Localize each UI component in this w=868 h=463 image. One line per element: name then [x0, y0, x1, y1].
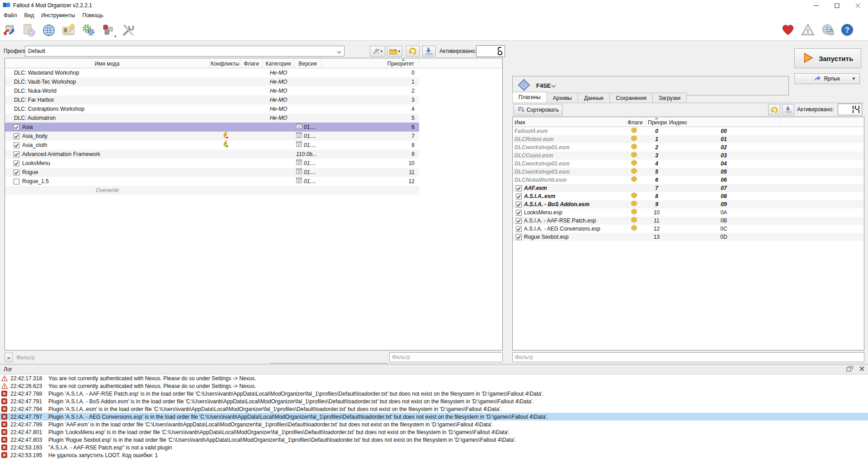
- help-icon[interactable]: ?: [841, 24, 854, 38]
- mod-column-header-1[interactable]: Конфликты: [210, 58, 241, 68]
- log-close-icon[interactable]: [859, 366, 864, 373]
- support-heart-icon[interactable]: [781, 24, 795, 38]
- log-row[interactable]: 22:42:47.803Plugin 'Rogue Sexbot.esp' is…: [0, 436, 868, 444]
- menu-item-3[interactable]: Помощь: [79, 11, 107, 19]
- profiles-icon[interactable]: [61, 22, 77, 39]
- mod-filter-input[interactable]: [389, 352, 503, 362]
- mod-enabled-checkbox[interactable]: [14, 133, 19, 139]
- mod-row[interactable]: DLC: AutomatronНе-МО5: [5, 113, 419, 123]
- tools-puzzle-icon[interactable]: ▾: [100, 22, 117, 39]
- plugin-enabled-checkbox[interactable]: [516, 234, 522, 240]
- plugin-row[interactable]: DLCRobot.esm101: [513, 135, 864, 143]
- mod-row[interactable]: Rogue1201....11: [5, 168, 419, 177]
- shortcut-button[interactable]: Ярлык ▼: [794, 73, 860, 84]
- plugin-column-header-2[interactable]: Приоритет: [646, 117, 667, 127]
- save-list-button[interactable]: [422, 46, 436, 57]
- endorse-icon[interactable]: [821, 24, 835, 38]
- mod-row[interactable]: DLC: Vault-Tec WorkshopНе-МО1: [5, 77, 419, 86]
- log-row[interactable]: 22:42:47.788Plugin 'A.S.I.A. - AAF-RSE P…: [0, 390, 868, 397]
- mod-row[interactable]: DLC: Far HarborНе-МО3: [5, 95, 419, 104]
- mod-row[interactable]: LooksMenu1201....10: [5, 159, 419, 168]
- mod-filter-label[interactable]: Фильтр: [16, 354, 34, 361]
- plugin-enabled-checkbox[interactable]: [516, 185, 522, 191]
- plugin-row[interactable]: DLCCoast.esm303: [513, 151, 864, 160]
- plugins-revert-button[interactable]: [768, 104, 780, 115]
- log-row[interactable]: 22:42:47.799Plugin 'AAF.esm' is in the l…: [0, 420, 868, 428]
- maximize-button[interactable]: [826, 0, 847, 11]
- plugin-row[interactable]: A.S.I.A..esm808: [513, 192, 864, 200]
- plugin-row[interactable]: DLCworkshop01.esm202: [513, 143, 864, 151]
- mod-enabled-checkbox[interactable]: [14, 142, 19, 148]
- profile-select[interactable]: Default: [25, 46, 344, 57]
- tab-0[interactable]: Плагины: [512, 92, 547, 103]
- mod-row[interactable]: Asia1201....6: [5, 123, 419, 132]
- tab-3[interactable]: Сохранения: [609, 93, 653, 103]
- mod-row[interactable]: DLC: Nuka-WorldНе-МО2: [5, 86, 419, 95]
- plugin-column-header-1[interactable]: Флаги: [626, 117, 646, 127]
- filter-expander-button[interactable]: »: [5, 353, 13, 362]
- plugin-row[interactable]: AAF.esm707: [513, 184, 864, 192]
- tab-2[interactable]: Данные: [578, 93, 610, 103]
- overwrite-entry[interactable]: Overwrite: [5, 186, 210, 195]
- plugin-filter-input[interactable]: [512, 352, 864, 362]
- revert-button[interactable]: [406, 46, 420, 57]
- minimize-button[interactable]: [806, 0, 826, 11]
- mod-row[interactable]: DLC: Wasteland WorkshopНе-МО0: [5, 68, 419, 77]
- plugin-row[interactable]: DLCworkshop03.esm505: [513, 168, 864, 176]
- mod-row[interactable]: Asia_cloth1201....8: [5, 141, 419, 150]
- mod-row[interactable]: Rogue_1.51201....12: [5, 177, 419, 186]
- nexus-globe-icon[interactable]: [41, 22, 57, 39]
- mod-column-header-0[interactable]: Имя мода: [5, 58, 210, 68]
- open-folder-button[interactable]: ▾: [387, 46, 402, 57]
- log-row[interactable]: 22:42:47.801Plugin 'LooksMenu.esp' is in…: [0, 428, 868, 436]
- log-row[interactable]: 22:42:47.791Plugin 'A.S.I.A. - BoS Addon…: [0, 397, 868, 405]
- log-row[interactable]: 22:42:53.193"A.S.I.A. - AAF-RSE Patch.es…: [0, 444, 868, 451]
- update-icon[interactable]: [1, 22, 17, 39]
- log-row[interactable]: !22:42:26.623You are not currently authe…: [0, 382, 868, 390]
- mod-enabled-checkbox[interactable]: [14, 124, 19, 130]
- plugin-enabled-checkbox[interactable]: [516, 202, 522, 208]
- plugin-column-header-3[interactable]: Индекс: [667, 117, 780, 127]
- plugin-row[interactable]: DLCworkshop02.esm404: [513, 160, 864, 168]
- install-mod-icon[interactable]: [21, 22, 37, 39]
- menu-item-1[interactable]: Вид: [21, 11, 38, 19]
- executables-icon[interactable]: [80, 22, 97, 39]
- close-button[interactable]: [847, 0, 868, 11]
- plugin-row[interactable]: A.S.I.A. - AAF-RSE Patch.esp110B: [513, 217, 864, 225]
- menu-item-2[interactable]: Инструменты: [38, 11, 79, 19]
- mod-column-header-4[interactable]: Версия: [294, 58, 321, 68]
- plugin-enabled-checkbox[interactable]: [516, 194, 522, 199]
- log-row[interactable]: 22:42:53.195Не удалось запустить LOOT. К…: [0, 451, 868, 459]
- log-row[interactable]: 22:42:47.797Plugin 'A.S.I.A. - AEG Conve…: [0, 413, 868, 420]
- plugin-row[interactable]: Rogue Sexbot.esp130D: [513, 233, 864, 241]
- plugin-column-header-0[interactable]: Имя: [513, 117, 626, 127]
- plugin-row[interactable]: A.S.I.A. - BoS Addon.esm909: [513, 200, 864, 208]
- mod-enabled-checkbox[interactable]: [14, 170, 19, 175]
- plugin-row[interactable]: Fallout4.esm000: [513, 127, 864, 135]
- mod-enabled-checkbox[interactable]: [14, 179, 19, 184]
- log-row[interactable]: !22:42:17.318You are not currently authe…: [0, 374, 868, 382]
- run-button[interactable]: Запустить: [794, 48, 861, 68]
- tab-1[interactable]: Архивы: [547, 93, 578, 103]
- tab-4[interactable]: Загрузки: [652, 93, 687, 103]
- plugin-row[interactable]: A.S.I.A. - AEG Conversions.esp120C: [513, 225, 864, 233]
- mod-column-header-5[interactable]: Приоритет: [321, 58, 419, 68]
- mod-column-header-3[interactable]: Категория: [263, 58, 294, 68]
- settings-icon[interactable]: [120, 22, 137, 39]
- log-float-icon[interactable]: [846, 366, 853, 373]
- sort-button[interactable]: Сортировать: [514, 104, 562, 115]
- mod-enabled-checkbox[interactable]: [14, 151, 19, 157]
- mod-row[interactable]: Asia_body1201....7: [5, 132, 419, 141]
- notifications-icon[interactable]: !: [801, 24, 815, 37]
- mod-row[interactable]: Overwrite: [5, 186, 419, 195]
- plugin-enabled-checkbox[interactable]: [516, 218, 522, 224]
- mod-row[interactable]: DLC: Contraptions WorkshopНе-МО4: [5, 104, 419, 113]
- plugins-save-button[interactable]: [782, 104, 794, 115]
- menu-item-0[interactable]: Файл: [0, 11, 21, 19]
- plugin-enabled-checkbox[interactable]: [516, 226, 522, 232]
- mod-column-header-2[interactable]: Флаги: [241, 58, 263, 68]
- plugin-row[interactable]: DLCNukaWorld.esm606: [513, 176, 864, 184]
- plugin-enabled-checkbox[interactable]: [516, 210, 522, 216]
- mod-enabled-checkbox[interactable]: [14, 161, 19, 166]
- profile-tools-button[interactable]: ▾: [370, 46, 385, 57]
